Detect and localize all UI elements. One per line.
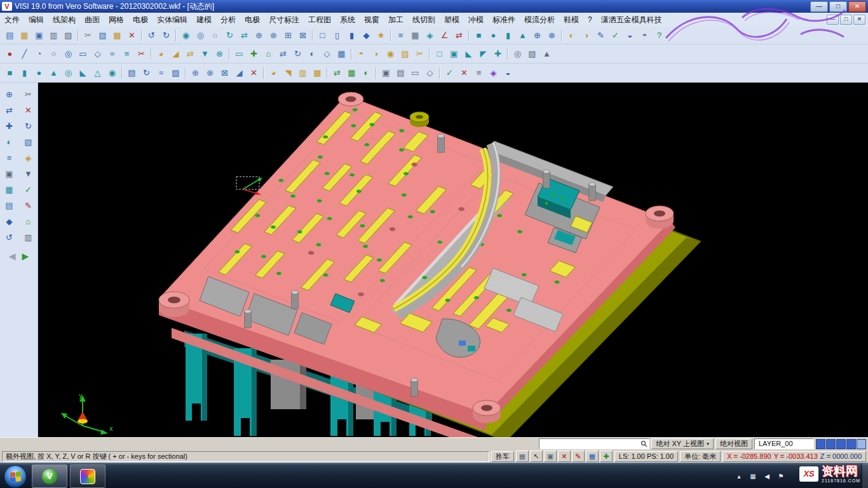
mdi-restore-button[interactable]: □	[840, 15, 852, 25]
offset-icon[interactable]: ≡	[119, 47, 134, 61]
menu-item[interactable]: 潇洒五金模具科技	[597, 13, 667, 27]
open-file-icon[interactable]: ▦	[17, 29, 32, 43]
wireframe-view-icon[interactable]: ◎	[193, 29, 208, 43]
menu-item[interactable]: 冲模	[464, 13, 488, 27]
mask-icon[interactable]: ▣	[2, 167, 17, 181]
snap-icon[interactable]: ◈	[423, 29, 437, 43]
curve-tools-icon[interactable]: ◑	[579, 29, 593, 43]
hidden-line-icon[interactable]: ○	[208, 29, 222, 43]
history-back-icon[interactable]: ◀	[9, 251, 16, 261]
prim-wedge-icon[interactable]: ◣	[76, 66, 90, 80]
loft-icon[interactable]: ◓	[354, 47, 369, 61]
hole-icon[interactable]: ◎	[510, 47, 525, 61]
pattern-icon[interactable]: ▦	[344, 66, 359, 80]
menu-item[interactable]: 分析	[216, 13, 240, 27]
search-input[interactable]	[541, 440, 641, 449]
network-icon[interactable]: ▦	[749, 473, 757, 480]
help-icon[interactable]: ?	[652, 29, 667, 43]
zoom-icon[interactable]: ⊕	[2, 88, 17, 102]
boss-icon[interactable]: ▲	[539, 47, 554, 61]
solid-box-icon[interactable]: ■	[471, 29, 486, 43]
pocket-icon[interactable]: ▧	[525, 47, 539, 61]
plane-icon[interactable]: ▭	[232, 47, 247, 61]
delete-mode-icon[interactable]: ✕	[558, 451, 571, 462]
bool-intersect-icon[interactable]: ⊠	[217, 66, 232, 80]
spline-icon[interactable]: ≈	[105, 47, 119, 61]
slice-icon[interactable]: ◢	[232, 66, 247, 80]
history-forward-icon[interactable]: ▶	[22, 251, 29, 261]
menu-item[interactable]: 线切割	[408, 13, 440, 27]
clash-icon[interactable]: ✕	[457, 66, 471, 80]
front-view-icon[interactable]: ▯	[330, 29, 344, 43]
taskbar-visi-button[interactable]: V	[32, 464, 67, 488]
move-face-icon[interactable]: ⇄	[330, 66, 344, 80]
view-selector[interactable]: 绝对 XY 上视图 ▾	[651, 438, 714, 449]
intersect-icon[interactable]: ⊗	[212, 47, 227, 61]
zoom-out-icon[interactable]: ⊗	[266, 29, 281, 43]
bool-subtract-icon[interactable]: ⊗	[203, 66, 217, 80]
print-icon[interactable]: ▥	[21, 231, 36, 245]
group-icon[interactable]: ▦	[2, 183, 17, 197]
color-icon[interactable]: ◈	[21, 151, 36, 165]
mdi-minimize-button[interactable]: —	[827, 15, 839, 25]
prim-pyramid-icon[interactable]: △	[90, 66, 105, 80]
add-mode-icon[interactable]: ✚	[600, 451, 613, 462]
start-button[interactable]	[4, 465, 27, 488]
taskbar-paint-button[interactable]	[70, 464, 105, 488]
layer-icon[interactable]: ≡	[2, 151, 17, 165]
prim-box-icon[interactable]: ■	[3, 66, 17, 80]
point-icon[interactable]: ●	[3, 47, 17, 61]
copy-icon[interactable]: ▧	[21, 135, 36, 149]
absolute-view-button[interactable]: 绝对视图	[715, 438, 752, 449]
info-icon[interactable]: ✓	[21, 183, 36, 197]
shaded-view-icon[interactable]: ◉	[179, 29, 193, 43]
dynamic-rotate-icon[interactable]: ↻	[222, 29, 237, 43]
pan-icon[interactable]: ⇄	[237, 29, 252, 43]
menu-item[interactable]: 尺寸标注	[264, 13, 304, 27]
attrs-icon[interactable]: ▤	[2, 199, 17, 213]
surface-tools-icon[interactable]: ◐	[564, 29, 579, 43]
draft-icon[interactable]: ◣	[461, 47, 476, 61]
sketch-icon[interactable]: ✎	[593, 29, 608, 43]
layer-color-bar[interactable]	[816, 439, 866, 449]
dimension-icon[interactable]: ⇄	[452, 29, 466, 43]
views-icon[interactable]: ◆	[2, 215, 17, 229]
erase-icon[interactable]: ✕	[21, 104, 36, 118]
split-icon[interactable]: ◤	[476, 47, 491, 61]
menu-item[interactable]: 电极	[128, 13, 153, 27]
project-icon[interactable]: ▼	[198, 47, 212, 61]
move-icon[interactable]: ✚	[2, 119, 17, 133]
offset-face-icon[interactable]: ▥	[295, 66, 310, 80]
copy-icon[interactable]: ▧	[95, 29, 110, 43]
rectangle-icon[interactable]: ▭	[76, 47, 90, 61]
paste-icon[interactable]: ▩	[110, 29, 125, 43]
3d-viewport[interactable]: x y	[38, 83, 868, 437]
ellipse-icon[interactable]: ◎	[61, 47, 76, 61]
save-icon[interactable]: ▣	[32, 29, 46, 43]
mirror-icon[interactable]: ◐	[2, 135, 17, 149]
command-search[interactable]	[539, 438, 649, 449]
close-button[interactable]: ✕	[848, 1, 866, 12]
revolve-solid-icon[interactable]: ↻	[139, 66, 154, 80]
snap-toggle-icon[interactable]: ▦	[516, 451, 529, 462]
show-hidden-icon[interactable]: ▴	[735, 473, 743, 480]
action-center-icon[interactable]: ⚑	[776, 473, 785, 480]
shrink-icon[interactable]: ◇	[423, 66, 437, 80]
polygon-icon[interactable]: ◇	[90, 47, 105, 61]
revolve-icon[interactable]: ◉	[383, 47, 398, 61]
array-icon[interactable]: ▦	[334, 47, 349, 61]
named-view-icon[interactable]: ★	[374, 29, 388, 43]
menu-item[interactable]: 系统	[336, 13, 360, 27]
menu-item[interactable]: 塑模	[440, 13, 464, 27]
notes-icon[interactable]: ✎	[21, 199, 36, 213]
menu-item[interactable]: 文件	[0, 13, 24, 27]
zoom-window-icon[interactable]: ⊞	[281, 29, 295, 43]
check-icon[interactable]: ✓	[442, 66, 457, 80]
grid-toggle-icon[interactable]: ▦	[586, 451, 599, 462]
menu-item[interactable]: 视窗	[360, 13, 384, 27]
menu-item[interactable]: 曲面	[80, 13, 104, 27]
options-icon[interactable]: ◓	[637, 29, 652, 43]
maximize-button[interactable]: □	[829, 1, 847, 12]
bool-union-icon[interactable]: ⊕	[188, 66, 203, 80]
chamfer-icon[interactable]: ◢	[168, 47, 183, 61]
